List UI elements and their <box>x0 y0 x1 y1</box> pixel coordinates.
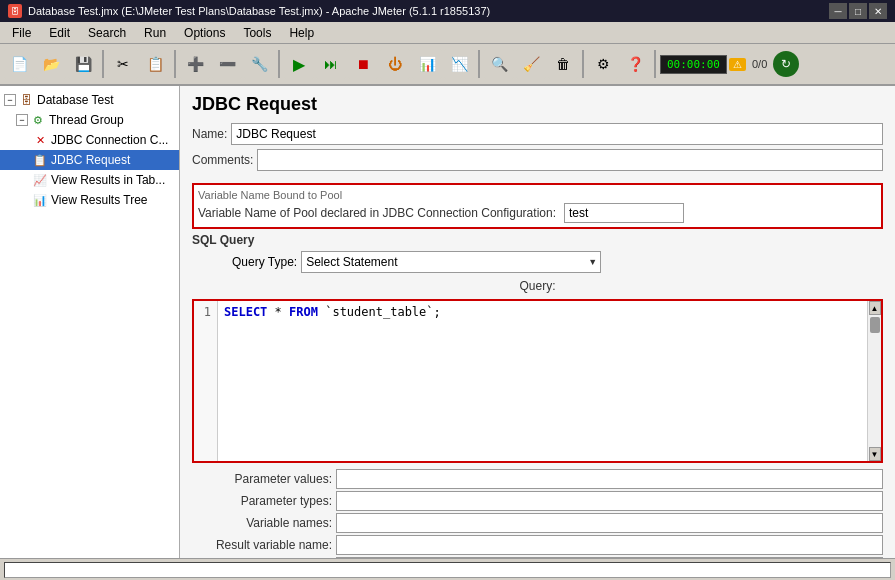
comments-label: Comments: <box>192 153 253 167</box>
sidebar-label-view-results-tree: View Results Tree <box>51 193 148 207</box>
name-input[interactable] <box>231 123 883 145</box>
query-type-select[interactable]: Select Statement Update Statement Callab… <box>301 251 601 273</box>
sep1 <box>102 50 104 78</box>
menu-edit[interactable]: Edit <box>41 24 78 42</box>
sql-from-keyword: FROM <box>289 305 318 319</box>
menu-search[interactable]: Search <box>80 24 134 42</box>
sidebar-item-jdbc-request[interactable]: 📋 JDBC Request <box>0 150 179 170</box>
main-layout: − 🗄 Database Test − ⚙ Thread Group ✕ JDB… <box>0 86 895 558</box>
toggle-log-button[interactable]: 📊 <box>412 49 442 79</box>
sep5 <box>582 50 584 78</box>
menu-file[interactable]: File <box>4 24 39 42</box>
query-editor-box: 1 SELECT * FROM `student_table`; ▲ ▼ <box>192 299 883 463</box>
param-types-label: Parameter types: <box>192 494 332 508</box>
query-label: Query: <box>192 277 883 295</box>
minimize-button[interactable]: ─ <box>829 3 847 19</box>
result-variable-label: Result variable name: <box>192 538 332 552</box>
param-types-input[interactable] <box>336 491 883 511</box>
variable-names-input[interactable] <box>336 513 883 533</box>
clear-all-button[interactable]: 🗑 <box>548 49 578 79</box>
param-values-input[interactable] <box>336 469 883 489</box>
query-type-label: Query Type: <box>192 255 297 269</box>
variable-names-label: Variable names: <box>192 516 332 530</box>
param-values-label: Parameter values: <box>192 472 332 486</box>
maximize-button[interactable]: □ <box>849 3 867 19</box>
scroll-up-button[interactable]: ▲ <box>869 301 881 315</box>
window-controls[interactable]: ─ □ ✕ <box>829 3 887 19</box>
sql-table-name: `student_table`; <box>318 305 441 319</box>
query-type-wrapper: Select Statement Update Statement Callab… <box>301 251 601 273</box>
sidebar-item-thread-group[interactable]: − ⚙ Thread Group <box>0 110 179 130</box>
sep3 <box>278 50 280 78</box>
sidebar-item-database-test[interactable]: − 🗄 Database Test <box>0 90 179 110</box>
stop-button[interactable]: ⏹ <box>348 49 378 79</box>
close-button[interactable]: ✕ <box>869 3 887 19</box>
param-types-row: Parameter types: <box>192 491 883 511</box>
sidebar-label-jdbc-request: JDBC Request <box>51 153 130 167</box>
save-button[interactable]: 💾 <box>68 49 98 79</box>
sidebar-label-jdbc-connection: JDBC Connection C... <box>51 133 168 147</box>
variable-name-bound-label: Variable Name Bound to Pool <box>198 189 877 201</box>
jdbc-conn-icon: ✕ <box>32 132 48 148</box>
menu-tools[interactable]: Tools <box>235 24 279 42</box>
add-button[interactable]: ➕ <box>180 49 210 79</box>
panel-title: JDBC Request <box>180 86 895 119</box>
query-type-row: Query Type: Select Statement Update Stat… <box>192 251 883 273</box>
toolbar: 📄 📂 💾 ✂ 📋 ➕ ➖ 🔧 ▶ ⏭ ⏹ ⏻ 📊 📉 🔍 🧹 🗑 ⚙ ❓ 00… <box>0 44 895 86</box>
copy-button[interactable]: 📋 <box>140 49 170 79</box>
query-timeout-input[interactable] <box>336 557 883 558</box>
menu-help[interactable]: Help <box>281 24 322 42</box>
database-icon: 🗄 <box>18 92 34 108</box>
open-button[interactable]: 📂 <box>36 49 66 79</box>
sep6 <box>654 50 656 78</box>
sidebar-label-view-results-table: View Results in Tab... <box>51 173 165 187</box>
query-content-area[interactable]: SELECT * FROM `student_table`; <box>218 301 867 461</box>
tree-toggle-thread[interactable]: − <box>16 114 28 126</box>
scroll-thumb <box>870 317 880 333</box>
refresh-button[interactable]: ↻ <box>773 51 799 77</box>
menu-bar: File Edit Search Run Options Tools Help <box>0 22 895 44</box>
sql-select-keyword: SELECT <box>224 305 267 319</box>
pool-variable-input[interactable] <box>564 203 684 223</box>
browse-button[interactable]: 🔧 <box>244 49 274 79</box>
variable-names-row: Variable names: <box>192 513 883 533</box>
functions-button[interactable]: ⚙ <box>588 49 618 79</box>
menu-run[interactable]: Run <box>136 24 174 42</box>
sidebar-item-view-results-tree[interactable]: 📊 View Results Tree <box>0 190 179 210</box>
shutdown-button[interactable]: ⏻ <box>380 49 410 79</box>
param-section: Parameter values: Parameter types: Varia… <box>192 469 883 558</box>
sidebar-item-jdbc-connection[interactable]: ✕ JDBC Connection C... <box>0 130 179 150</box>
pool-variable-label: Variable Name of Pool declared in JDBC C… <box>198 206 556 220</box>
results-table-icon: 📈 <box>32 172 48 188</box>
sidebar-item-view-results-table[interactable]: 📈 View Results in Tab... <box>0 170 179 190</box>
thread-group-icon: ⚙ <box>30 112 46 128</box>
query-timeout-row: Query timeout (s): <box>192 557 883 558</box>
scroll-down-button[interactable]: ▼ <box>869 447 881 461</box>
sql-section-header: SQL Query <box>192 233 883 247</box>
warning-badge: ⚠ <box>729 58 746 71</box>
new-button[interactable]: 📄 <box>4 49 34 79</box>
comments-input[interactable] <box>257 149 883 171</box>
clear-button[interactable]: 🧹 <box>516 49 546 79</box>
collapse-all-button[interactable]: 📉 <box>444 49 474 79</box>
tree-toggle-db[interactable]: − <box>4 94 16 106</box>
pool-section: Variable Name Bound to Pool Variable Nam… <box>192 183 883 229</box>
sql-section: SQL Query Query Type: Select Statement U… <box>192 233 883 295</box>
start-no-pauses-button[interactable]: ⏭ <box>316 49 346 79</box>
status-scrollbar[interactable] <box>4 562 891 578</box>
name-row: Name: <box>192 123 883 145</box>
help-toolbar-button[interactable]: ❓ <box>620 49 650 79</box>
app-icon: 🗄 <box>8 4 22 18</box>
remove-button[interactable]: ➖ <box>212 49 242 79</box>
status-bar <box>0 558 895 580</box>
title-bar: 🗄 Database Test.jmx (E:\JMeter Test Plan… <box>0 0 895 22</box>
sql-text: * <box>267 305 289 319</box>
timer-display: 00:00:00 <box>660 55 727 74</box>
sidebar-label-database-test: Database Test <box>37 93 114 107</box>
result-variable-input[interactable] <box>336 535 883 555</box>
search-toolbar-button[interactable]: 🔍 <box>484 49 514 79</box>
sidebar-label-thread-group: Thread Group <box>49 113 124 127</box>
start-button[interactable]: ▶ <box>284 49 314 79</box>
menu-options[interactable]: Options <box>176 24 233 42</box>
cut-button[interactable]: ✂ <box>108 49 138 79</box>
